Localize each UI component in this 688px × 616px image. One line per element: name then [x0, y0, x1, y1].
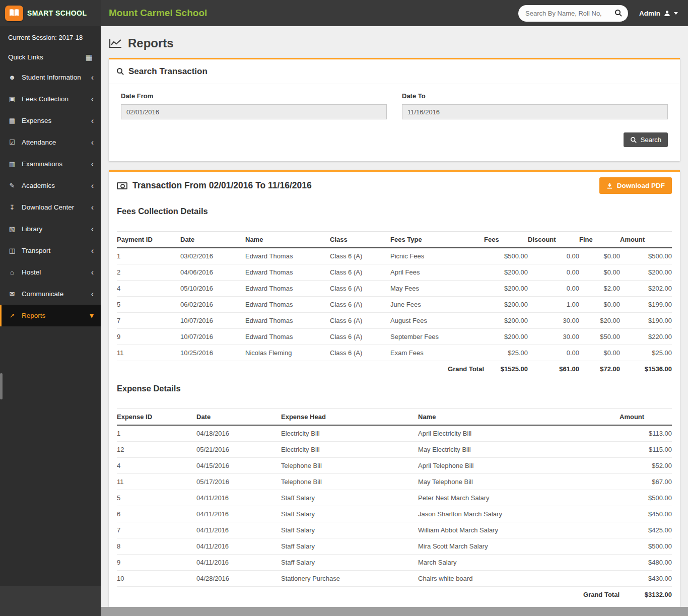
user-icon [664, 10, 670, 17]
amount-cell: $425.00 [620, 522, 672, 538]
payment-id-cell: 11 [117, 345, 180, 361]
fees-table: Payment ID Date Name Class Fees Type Fee… [117, 231, 672, 377]
expense-grand-total-row: Grand Total $3132.00 [117, 587, 672, 603]
global-search-input[interactable] [524, 9, 612, 18]
expense-id-cell: 12 [117, 442, 196, 458]
sidebar-item-library[interactable]: ▧ Library ‹ [0, 218, 101, 240]
expense-id-cell: 6 [117, 506, 196, 522]
sidebar-item-label: Attendance [22, 139, 56, 146]
bus-icon: ◫ [8, 247, 17, 254]
sidebar-item-student-information[interactable]: ☻ Student Information ‹ [0, 66, 101, 88]
date-cell: 05/17/2016 [196, 474, 281, 490]
admin-dropdown[interactable]: Admin [639, 10, 678, 17]
payment-id-cell: 7 [117, 313, 180, 329]
sidebar-item-label: Fees Collection [22, 95, 68, 103]
name-cell: Jason Sharlton March Salary [418, 506, 620, 522]
book-icon: ▧ [8, 225, 17, 233]
col-expense-head: Expense Head [281, 409, 418, 426]
expense-table-header: Expense ID Date Expense Head Name Amount [117, 409, 672, 426]
sidebar-item-label: Transport [22, 247, 50, 254]
search-button[interactable]: Search [624, 132, 668, 147]
amount-cell: $200.00 [620, 264, 672, 281]
date-from-input[interactable] [121, 104, 387, 119]
download-pdf-label: Download PDF [617, 182, 665, 189]
global-search [518, 5, 628, 22]
banknote-icon [117, 182, 127, 189]
sidebar-item-reports[interactable]: ↗ Reports ▾ [0, 305, 101, 326]
app-logo[interactable]: SMART SCHOOL [0, 0, 101, 26]
date-cell: 04/11/2016 [196, 490, 281, 506]
expense-table-row: 10 04/28/2016 Stationery Purchase Chairs… [117, 571, 672, 587]
fees-table-row: 5 06/02/2016 Edward Thomas Class 6 (A) J… [117, 297, 672, 313]
expense-id-cell: 7 [117, 522, 196, 538]
name-cell: May Telephone Bill [418, 474, 620, 490]
sidebar-scrollbar[interactable] [0, 373, 3, 399]
page-title: Reports [109, 36, 680, 50]
fine-cell: $50.00 [579, 329, 620, 345]
fees-cell: $200.00 [484, 297, 528, 313]
chevron-icon: ‹ [91, 247, 94, 255]
sidebar-item-academics[interactable]: ✎ Academics ‹ [0, 175, 101, 196]
expense-section: Expense Details Expense ID Date Expense … [109, 384, 680, 616]
amount-cell: $190.00 [620, 313, 672, 329]
amount-cell: $500.00 [620, 248, 672, 264]
sidebar-item-attendance[interactable]: ☑ Attendance ‹ [0, 131, 101, 153]
sidebar: Current Session: 2017-18 Quick Links ▦ ☻… [0, 26, 101, 616]
sidebar-item-download-center[interactable]: ↧ Download Center ‹ [0, 196, 101, 218]
date-from-label: Date From [121, 92, 387, 100]
fine-cell: $0.00 [579, 248, 620, 264]
fees-table-body: 1 03/02/2016 Edward Thomas Class 6 (A) P… [117, 248, 672, 361]
quick-links[interactable]: Quick Links ▦ [0, 48, 101, 66]
expense-head-cell: Staff Salary [281, 522, 418, 538]
search-button-label: Search [641, 136, 661, 144]
expense-head-cell: Electricity Bill [281, 425, 418, 442]
sidebar-item-expenses[interactable]: ▤ Expenses ‹ [0, 110, 101, 131]
fees-cell: $500.00 [484, 248, 528, 264]
expense-head-cell: Staff Salary [281, 555, 418, 571]
sidebar-item-examinations[interactable]: ▥ Examinations ‹ [0, 153, 101, 175]
grand-total-discount: $61.00 [528, 361, 579, 377]
fees-table-row: 1 03/02/2016 Edward Thomas Class 6 (A) P… [117, 248, 672, 264]
col-date: Date [196, 409, 281, 426]
fees-section-title: Fees Collection Details [117, 207, 672, 216]
sidebar-item-hostel[interactable]: ⌂ Hostel ‹ [0, 261, 101, 283]
expense-table-row: 12 05/21/2016 Electricity Bill May Elect… [117, 442, 672, 458]
fees-type-cell: May Fees [390, 281, 484, 297]
discount-cell: 1.00 [528, 297, 579, 313]
fees-type-cell: September Fees [390, 329, 484, 345]
calendar-check-icon: ☑ [8, 139, 17, 146]
amount-cell: $115.00 [620, 442, 672, 458]
date-cell: 06/02/2016 [180, 297, 245, 313]
chevron-icon: ‹ [91, 182, 94, 190]
sidebar-item-label: Library [22, 225, 42, 233]
date-cell: 04/11/2016 [196, 538, 281, 555]
main-content: Reports Search Transaction Date From Dat… [101, 26, 688, 616]
fees-table-row: 9 10/07/2016 Edward Thomas Class 6 (A) S… [117, 329, 672, 345]
payment-id-cell: 4 [117, 281, 180, 297]
fees-cell: $200.00 [484, 264, 528, 281]
name-cell: Edward Thomas [245, 281, 330, 297]
download-icon: ↧ [8, 203, 17, 211]
chevron-icon: ‹ [91, 117, 94, 125]
expense-id-cell: 9 [117, 555, 196, 571]
name-cell: Chairs white board [418, 571, 620, 587]
search-card-body: Date From Date To [109, 84, 680, 119]
payment-id-cell: 5 [117, 297, 180, 313]
admin-label: Admin [639, 10, 660, 17]
sidebar-item-communicate[interactable]: ✉ Communicate ‹ [0, 283, 101, 305]
chevron-icon: ‹ [91, 160, 94, 168]
expense-id-cell: 8 [117, 538, 196, 555]
class-cell: Class 6 (A) [330, 281, 390, 297]
expense-section-title: Expense Details [117, 384, 672, 393]
expense-table: Expense ID Date Expense Head Name Amount… [117, 408, 672, 602]
col-name: Name [245, 232, 330, 248]
sidebar-item-label: Examinations [22, 160, 62, 168]
search-icon[interactable] [615, 10, 622, 17]
fine-cell: $0.00 [579, 345, 620, 361]
sidebar-item-transport[interactable]: ◫ Transport ‹ [0, 240, 101, 261]
search-icon [117, 68, 124, 75]
amount-cell: $202.00 [620, 281, 672, 297]
download-pdf-button[interactable]: Download PDF [599, 177, 672, 194]
sidebar-item-fees-collection[interactable]: ▣ Fees Collection ‹ [0, 88, 101, 110]
date-to-input[interactable] [402, 104, 668, 119]
